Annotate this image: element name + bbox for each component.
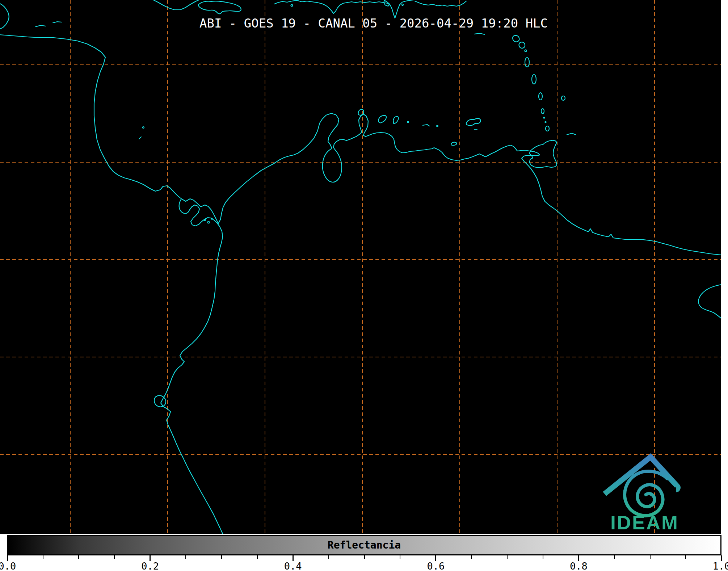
island-margarita — [466, 118, 481, 126]
island-st-croix — [474, 33, 484, 34]
colorbar-tick-label: 0.4 — [275, 560, 310, 571]
colorbar-minor-tick — [543, 555, 543, 559]
colorbar-tick-label: 1.0 — [704, 560, 728, 571]
coastline-pacific — [161, 199, 223, 534]
ideam-logo: IDEAM — [605, 457, 679, 533]
island-tobago — [567, 133, 576, 135]
island-puna — [154, 395, 166, 407]
island-st-vincent — [541, 109, 544, 114]
colorbar-minor-tick — [650, 555, 651, 559]
island-providencia — [143, 127, 144, 128]
island-tortuga — [451, 142, 456, 146]
island-marie-galante — [525, 50, 527, 52]
island-orchila — [437, 125, 438, 127]
coastline-puerto-rico — [415, 1, 466, 6]
island-san-andres — [139, 137, 141, 139]
island-st-lucia — [539, 93, 542, 100]
map-layers-svg: IDEAM — [0, 0, 721, 534]
island-aruba — [358, 109, 363, 115]
island-bonaire — [393, 116, 398, 123]
coastline-hispaniola — [274, 0, 413, 18]
colorbar-minor-tick — [328, 555, 329, 559]
colorbar-minor-tick — [614, 555, 615, 559]
coastline-mainland-caribbean — [0, 35, 721, 255]
coastline-topleft-fragment — [0, 4, 9, 29]
colorbar-tick-label: 0.8 — [561, 560, 596, 571]
island-dominica — [525, 58, 529, 67]
coastline-cuba — [153, 0, 199, 10]
coastlines-layer — [0, 0, 721, 534]
island-grenada — [546, 126, 549, 131]
colorbar-minor-tick — [257, 555, 258, 559]
colorbar-minor-tick — [221, 555, 222, 559]
island-los-roques — [423, 125, 429, 126]
island-grenadines-2 — [545, 122, 546, 123]
island-pearl-2 — [208, 222, 210, 223]
island-las-aves — [407, 121, 409, 123]
colorbar-minor-tick — [114, 555, 115, 559]
colorbar-minor-tick — [78, 555, 79, 559]
colorbar-minor-tick — [185, 555, 186, 559]
island-guadeloupe — [513, 35, 525, 48]
satellite-figure: IDEAM ABI - GOES 19 - CANAL 05 - 2026-04… — [0, 0, 728, 571]
island-pearl-1 — [204, 219, 206, 221]
island-caja-de-muertos — [402, 4, 403, 5]
colorbar-tick-label: 0.0 — [0, 560, 25, 571]
island-trinidad — [529, 140, 557, 168]
island-bay-islands — [35, 22, 62, 27]
colorbar-minor-tick — [471, 555, 472, 559]
graticule-gridlines — [0, 0, 721, 534]
colorbar-label: Reflectancia — [328, 540, 401, 550]
island-jamaica — [198, 1, 241, 14]
colorbar-minor-tick — [400, 555, 400, 559]
map-area: IDEAM ABI - GOES 19 - CANAL 05 - 2026-04… — [0, 0, 721, 534]
colorbar-minor-tick — [685, 555, 686, 559]
colorbar-tick-label: 0.2 — [133, 560, 168, 571]
colorbar-minor-tick — [364, 555, 365, 559]
island-curacao — [378, 116, 386, 123]
island-grenadines-1 — [544, 117, 545, 118]
ideam-logo-spiral — [625, 471, 667, 516]
coastline-amazon-fragment — [698, 285, 721, 318]
island-ile-a-vache — [291, 5, 293, 7]
colorbar-tick-label: 0.6 — [418, 560, 453, 571]
map-title: ABI - GOES 19 - CANAL 05 - 2026-04-29 19… — [199, 16, 548, 30]
island-martinique — [532, 75, 536, 84]
ideam-logo-text: IDEAM — [610, 512, 679, 533]
island-barbados — [561, 96, 565, 100]
colorbar-minor-tick — [507, 555, 508, 559]
colorbar-minor-tick — [43, 555, 43, 559]
